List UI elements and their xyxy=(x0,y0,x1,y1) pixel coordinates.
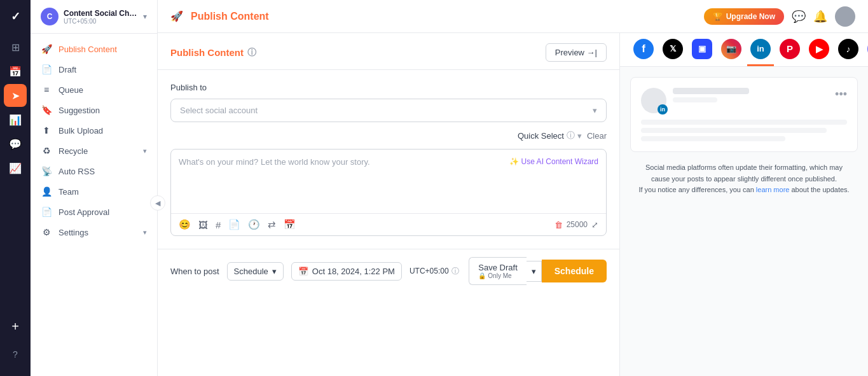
preview-text-line-2 xyxy=(641,128,827,133)
footer-actions: Save Draft 🔒 Only Me ▾ Schedule xyxy=(469,257,607,285)
main-area: 🚀 Publish Content 🏆 Upgrade Now 💬 🔔 Publ… xyxy=(158,0,868,376)
preview-notice-prefix: If you notice any differences, you can xyxy=(638,186,755,193)
account-select[interactable]: Select social account ▾ xyxy=(170,99,607,122)
sidebar: C Content Social Cha... UTC+05:00 ▾ 🚀 Pu… xyxy=(31,0,158,376)
clock-icon[interactable]: 🕐 xyxy=(248,219,260,230)
sidebar-item-post-approval[interactable]: 📄 Post Approval xyxy=(31,202,157,222)
linkedin-icon: in xyxy=(750,39,771,59)
clear-button[interactable]: Clear xyxy=(587,131,607,141)
sidebar-item-settings[interactable]: ⚙ Settings ▾ xyxy=(31,222,157,242)
add-icon[interactable]: + xyxy=(4,315,27,338)
ai-icon: ✨ xyxy=(509,157,519,166)
save-draft-split-button[interactable]: ▾ xyxy=(527,261,542,282)
sidebar-item-team[interactable]: 👤 Team xyxy=(31,181,157,202)
preview-sub-bar xyxy=(673,97,717,102)
preview-more-icon[interactable]: ••• xyxy=(835,88,847,101)
icon-bar: ✓ ⊞ 📅 ➤ 📊 💬 📈 + ? xyxy=(0,0,31,376)
workspace-name: Content Social Cha... xyxy=(64,9,138,18)
tab-youtube[interactable]: ▶ xyxy=(806,33,832,66)
document-icon[interactable]: 📄 xyxy=(228,219,240,230)
tab-buffer[interactable]: ▣ xyxy=(689,33,715,66)
preview-content: in ••• Social medi xyxy=(620,67,868,376)
publish-panel: Publish Content ⓘ Preview →| Publish to … xyxy=(158,33,620,376)
sidebar-item-draft-label: Draft xyxy=(59,65,76,74)
timezone-badge: UTC+05:00 ⓘ xyxy=(410,266,459,277)
upgrade-label: Upgrade Now xyxy=(726,12,775,21)
linkedin-badge-icon: in xyxy=(658,104,668,115)
preview-notice-suffix: about the updates. xyxy=(791,186,849,193)
insights-icon[interactable]: 📈 xyxy=(4,157,27,179)
notifications-topbar-icon[interactable]: 🔔 xyxy=(813,10,827,24)
learn-more-link[interactable]: learn more xyxy=(756,186,790,193)
preview-text-line-1 xyxy=(641,120,847,125)
sidebar-item-publish[interactable]: 🚀 Publish Content xyxy=(31,39,157,59)
trash-icon[interactable]: 🗑 xyxy=(555,220,563,230)
sidebar-item-post-approval-label: Post Approval xyxy=(59,207,109,217)
publish-to-label: Publish to xyxy=(170,83,607,92)
emoji-icon[interactable]: 😊 xyxy=(179,219,191,230)
sidebar-item-draft[interactable]: 📄 Draft xyxy=(31,59,157,80)
tab-tiktok[interactable]: ♪ xyxy=(835,33,862,66)
publish-icon[interactable]: ➤ xyxy=(4,84,27,107)
help-circle-icon[interactable]: ⓘ xyxy=(247,47,256,59)
analytics-icon[interactable]: 📊 xyxy=(4,108,27,131)
sidebar-item-bulk-upload-label: Bulk Upload xyxy=(59,126,103,136)
sidebar-item-recycle[interactable]: ♻ Recycle ▾ xyxy=(31,141,157,161)
expand-icon[interactable]: ⤢ xyxy=(591,220,598,230)
messages-topbar-icon[interactable]: 💬 xyxy=(792,10,806,24)
help-icon[interactable]: ? xyxy=(4,343,27,366)
select-chevron-icon: ▾ xyxy=(593,106,597,115)
workspace-selector[interactable]: C Content Social Cha... UTC+05:00 ▾ xyxy=(36,5,152,28)
workspace-avatar: C xyxy=(41,8,59,25)
topbar-publish-icon: 🚀 xyxy=(170,10,183,22)
app-logo[interactable]: ✓ xyxy=(4,5,27,28)
quick-select-text: Quick Select xyxy=(518,131,564,141)
preview-button[interactable]: Preview →| xyxy=(546,43,607,62)
quick-select-label: Quick Select ⓘ ▾ xyxy=(518,130,582,141)
repost-icon[interactable]: ⇄ xyxy=(268,219,276,230)
save-draft-sub: 🔒 Only Me xyxy=(478,272,511,279)
editor-toolbar: 😊 🖼 # 📄 🕐 ⇄ 📅 🗑 25000 ⤢ xyxy=(171,213,606,235)
sidebar-item-auto-rss[interactable]: 📡 Auto RSS xyxy=(31,161,157,181)
draft-icon: 📄 xyxy=(41,64,52,74)
sidebar-item-suggestion[interactable]: 🔖 Suggestion xyxy=(31,100,157,120)
tab-instagram[interactable]: 📷 xyxy=(718,33,745,66)
date-picker[interactable]: 📅 Oct 18, 2024, 1:22 PM xyxy=(291,262,402,281)
publish-panel-title: Publish Content ⓘ xyxy=(170,47,256,59)
instagram-icon: 📷 xyxy=(721,39,741,59)
quick-select-chevron-icon[interactable]: ▾ xyxy=(577,131,582,141)
upgrade-button[interactable]: 🏆 Upgrade Now xyxy=(704,8,784,25)
when-to-post-label: When to post xyxy=(170,267,219,276)
text-editor: What's on your mind? Let the world know … xyxy=(170,149,607,236)
calendar-icon[interactable]: 📅 xyxy=(4,60,27,83)
messages-icon[interactable]: 💬 xyxy=(4,132,27,155)
trophy-icon: 🏆 xyxy=(713,12,722,21)
image-icon[interactable]: 🖼 xyxy=(198,219,208,230)
preview-avatar-wrap: in xyxy=(641,88,666,113)
workspace-tz: UTC+05:00 xyxy=(64,18,138,25)
publish-nav-icon: 🚀 xyxy=(41,44,52,54)
grid-icon[interactable]: ⊞ xyxy=(4,36,27,59)
schedule-select[interactable]: Schedule ▾ xyxy=(227,262,284,281)
tab-twitter[interactable]: 𝕏 xyxy=(659,33,686,66)
tab-pinterest[interactable]: P xyxy=(776,33,803,66)
settings-icon: ⚙ xyxy=(41,227,52,237)
tz-info-icon[interactable]: ⓘ xyxy=(451,266,459,277)
tz-label: UTC+05:00 xyxy=(410,267,449,275)
save-draft-button[interactable]: Save Draft 🔒 Only Me xyxy=(469,257,526,285)
hashtag-icon[interactable]: # xyxy=(216,219,221,230)
preview-label: Preview →| xyxy=(555,48,597,57)
quick-select-row: Quick Select ⓘ ▾ Clear xyxy=(170,130,607,141)
tab-linkedin[interactable]: in xyxy=(747,33,774,66)
calendar-schedule-icon[interactable]: 📅 xyxy=(284,219,296,230)
date-label: Oct 18, 2024, 1:22 PM xyxy=(312,267,395,276)
publish-footer: When to post Schedule ▾ 📅 Oct 18, 2024, … xyxy=(158,249,619,293)
schedule-publish-button[interactable]: Schedule xyxy=(542,260,607,282)
sidebar-item-bulk-upload[interactable]: ⬆ Bulk Upload xyxy=(31,120,157,141)
tab-facebook[interactable]: f xyxy=(630,33,657,66)
sidebar-item-queue[interactable]: ≡ Queue xyxy=(31,80,157,100)
youtube-icon: ▶ xyxy=(809,39,829,59)
user-avatar[interactable] xyxy=(835,6,855,27)
ai-content-wizard-button[interactable]: ✨ Use AI Content Wizard xyxy=(509,157,598,166)
tab-mastodon[interactable]: M xyxy=(864,33,868,66)
